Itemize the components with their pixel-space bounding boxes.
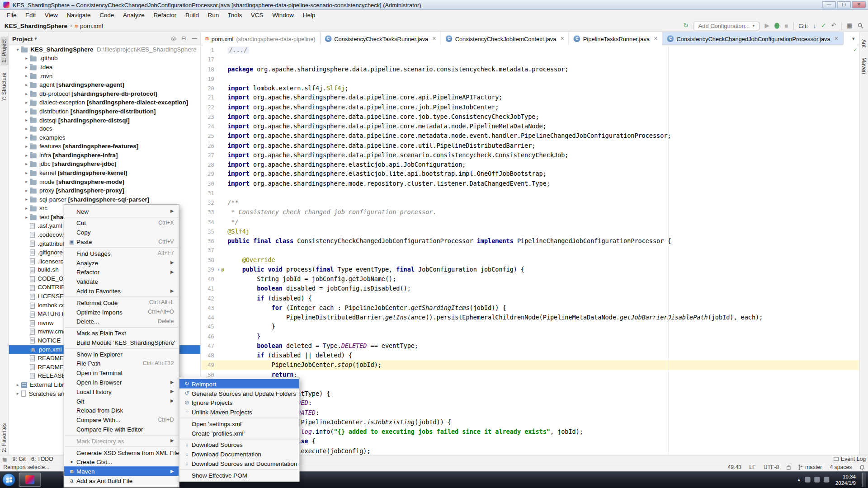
close-button[interactable]: ✕ xyxy=(852,1,866,8)
code-line-58[interactable]: 58 execute(jobConfig); xyxy=(201,446,859,455)
expand-icon[interactable]: ▸ xyxy=(23,89,30,99)
menubar-item-navigate[interactable]: Navigate xyxy=(62,10,95,19)
context-menu-item-copy[interactable]: Copy xyxy=(64,227,179,237)
context-menu-item-open-in-browser[interactable]: Open in Browser▶ xyxy=(64,377,179,387)
code-line-51[interactable]: 51 } xyxy=(201,380,859,389)
collapse-all-icon[interactable]: ⊟ xyxy=(181,35,186,41)
tree-item-distribution[interactable]: ▸distribution [shardingsphere-distributi… xyxy=(9,107,201,116)
expand-icon[interactable]: ▸ xyxy=(23,80,30,89)
tree-item-mode[interactable]: ▸mode [shardingsphere-mode] xyxy=(9,178,201,187)
tree-item-agent[interactable]: ▸agent [shardingsphere-agent] xyxy=(9,80,201,89)
menubar-item-edit[interactable]: Edit xyxy=(21,10,40,19)
code-editor[interactable]: ✓ 1/.../1718package org.apache.shardings… xyxy=(201,45,859,455)
code-line-36[interactable]: 36public final class ConsistencyCheckCha… xyxy=(201,236,859,246)
line-number[interactable]: 22 xyxy=(201,103,217,112)
line-number[interactable]: 36 xyxy=(201,236,217,246)
code-line-52[interactable]: 52 switch (eventType) { xyxy=(201,389,859,399)
maven-submenu-item-show-effective-pom[interactable]: Show Effective POM xyxy=(179,470,299,480)
maven-submenu-item-create-profiles-xml[interactable]: Create 'profiles.xml' xyxy=(179,428,299,438)
code-line-56[interactable]: 56 log.info("{} added to executing jobs … xyxy=(201,427,859,436)
maven-submenu-item-download-sources-and-documentation[interactable]: ↓Download Sources and Documentation xyxy=(179,459,299,468)
locate-file-icon[interactable]: ◎ xyxy=(171,35,176,41)
menubar-item-tools[interactable]: Tools xyxy=(223,10,246,19)
expand-icon[interactable]: ▸ xyxy=(23,63,30,72)
code-line-47[interactable]: 47 boolean deleted = Type.DELETED == eve… xyxy=(201,341,859,351)
line-number[interactable]: 32 xyxy=(201,198,217,207)
taskbar-intellij-button[interactable] xyxy=(19,473,41,487)
context-menu-item-analyze[interactable]: Analyze▶ xyxy=(64,258,179,267)
tree-root[interactable]: ▾KES_ShardingSphereD:\files\project\KES_… xyxy=(9,45,201,54)
context-menu-item-delete[interactable]: Delete...Delete xyxy=(64,316,179,326)
close-icon[interactable]: ✕ xyxy=(654,36,658,41)
maven-submenu-item-download-sources[interactable]: ↓Download Sources xyxy=(179,440,299,449)
expand-icon[interactable]: ▸ xyxy=(23,125,30,134)
context-menu-item-add-to-favorites[interactable]: Add to Favorites▶ xyxy=(64,286,179,296)
git-branch-widget[interactable]: master xyxy=(798,464,822,470)
close-icon[interactable]: ✕ xyxy=(432,36,436,41)
line-number[interactable]: 40 xyxy=(201,274,217,284)
annotation-marker-icon[interactable]: @ xyxy=(222,265,224,274)
context-menu-item-cut[interactable]: CutCtrl+X xyxy=(64,218,179,227)
code-line-49[interactable]: 49 PipelineJobCenter.stop(jobId); xyxy=(201,360,859,370)
tree-item-infra[interactable]: ▸infra [shardingsphere-infra] xyxy=(9,151,201,160)
close-icon[interactable]: ✕ xyxy=(560,36,564,41)
context-menu-item-local-history[interactable]: Local History▶ xyxy=(64,387,179,396)
code-line-48[interactable]: 48 if (disabled || deleted) { xyxy=(201,351,859,360)
code-line-35[interactable]: 35@Slf4j xyxy=(201,227,859,236)
line-number[interactable]: 42 xyxy=(201,294,217,303)
code-line-50[interactable]: 50 return; xyxy=(201,370,859,380)
line-number[interactable]: 19 xyxy=(201,74,217,84)
line-number[interactable]: 23 xyxy=(201,112,217,122)
encoding-indicator[interactable]: UTF-8 xyxy=(764,464,779,470)
tree-item-sql-parser[interactable]: ▸sql-parser [shardingsphere-sql-parser] xyxy=(9,195,201,204)
context-menu-item-paste[interactable]: ▣PasteCtrl+V xyxy=(64,237,179,246)
code-line-26[interactable]: 26import org.apache.shardingsphere.data.… xyxy=(201,141,859,150)
line-number[interactable]: 24 xyxy=(201,122,217,131)
editor-tab-consistencychecktasksrunner-java[interactable]: CConsistencyCheckTasksRunner.java✕ xyxy=(321,32,441,45)
editor-tab-consistencycheckjobitemcontext-java[interactable]: CConsistencyCheckJobItemContext.java✕ xyxy=(441,32,569,45)
line-number[interactable]: 1 xyxy=(201,45,217,55)
context-menu-item-create-gist[interactable]: ●Create Gist... xyxy=(64,457,179,466)
tree-item-docs[interactable]: ▸docs xyxy=(9,125,201,134)
run-button[interactable]: ▶ xyxy=(765,22,769,29)
menubar-item-run[interactable]: Run xyxy=(203,10,223,19)
code-line-38[interactable]: 38 @Override xyxy=(201,255,859,265)
context-menu-item-generate-xsd-schema-from-xml-file[interactable]: Generate XSD Schema from XML File... xyxy=(64,448,179,457)
code-line-37[interactable]: 37 xyxy=(201,246,859,255)
toolwindow-button-ant[interactable]: Ant xyxy=(860,37,868,51)
context-menu-item-mark-directory-as[interactable]: Mark Directory as▶ xyxy=(64,436,179,446)
line-number[interactable]: 39 xyxy=(201,265,217,274)
event-log-button[interactable]: Event Log xyxy=(834,456,866,462)
context-menu-item-validate[interactable]: Validate xyxy=(64,277,179,286)
code-line-17[interactable]: 17 xyxy=(201,55,859,65)
add-configuration-button[interactable]: Add Configuration... ▾ xyxy=(693,21,760,30)
context-menu-item-compare-with[interactable]: Compare With...Ctrl+D xyxy=(64,415,179,424)
context-menu-item-git[interactable]: Git▶ xyxy=(64,396,179,406)
code-line-18[interactable]: 18package org.apache.shardingsphere.data… xyxy=(201,65,859,74)
tree-item-github[interactable]: ▸.github xyxy=(9,54,201,63)
menubar-item-refactor[interactable]: Refactor xyxy=(149,10,181,19)
expand-icon[interactable]: ▸ xyxy=(23,142,30,151)
code-line-53[interactable]: 53 case ADDED: xyxy=(201,399,859,408)
menubar-item-file[interactable]: File xyxy=(2,10,21,19)
context-menu-item-add-as-ant-build-file[interactable]: aAdd as Ant Build File xyxy=(64,476,179,485)
line-number[interactable]: 47 xyxy=(201,341,217,351)
line-number[interactable]: 31 xyxy=(201,188,217,198)
expand-icon[interactable]: ▸ xyxy=(14,380,21,389)
line-number[interactable]: 48 xyxy=(201,351,217,360)
line-ending-indicator[interactable]: LF xyxy=(749,464,755,470)
code-line-42[interactable]: 42 if (disabled) { xyxy=(201,294,859,303)
line-number[interactable]: 34 xyxy=(201,217,217,227)
context-menu-item-maven[interactable]: mMaven▶ xyxy=(64,466,179,476)
maven-submenu-item-reimport[interactable]: ↻Reimport xyxy=(179,379,299,389)
code-line-27[interactable]: 27import org.apache.shardingsphere.data.… xyxy=(201,150,859,160)
context-menu-item-reload-from-disk[interactable]: Reload from Disk xyxy=(64,406,179,415)
project-panel-title[interactable]: Project xyxy=(12,35,33,42)
expand-icon[interactable]: ▸ xyxy=(23,99,30,108)
chevron-down-icon[interactable]: ▾ xyxy=(34,36,37,41)
rollback-button[interactable]: ↶ xyxy=(831,22,836,29)
menubar-item-vcs[interactable]: VCS xyxy=(246,10,268,19)
tray-expand-icon[interactable]: ▲ xyxy=(797,477,801,482)
toolwindow-button-project[interactable]: 1: Project xyxy=(0,37,8,66)
code-line-32[interactable]: 32/** xyxy=(201,198,859,207)
